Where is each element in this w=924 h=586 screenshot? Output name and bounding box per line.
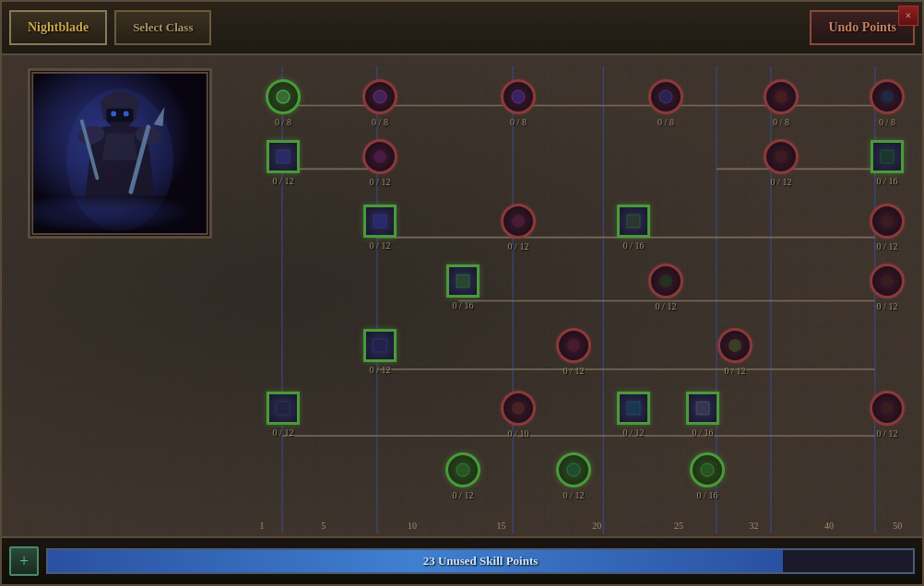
node-label-r1c3: 0 / 8	[510, 117, 527, 127]
skill-node-r4c1[interactable]: 0 / 16	[446, 264, 480, 311]
svg-point-30	[512, 90, 525, 103]
level-mark-25: 25	[674, 521, 683, 531]
node-icon-r1c6	[870, 79, 905, 114]
svg-point-33	[881, 90, 894, 103]
skill-node-r2c4[interactable]: 0 / 16	[871, 140, 904, 186]
skill-node-r5c1[interactable]: 0 / 12	[363, 329, 397, 375]
node-icon-r2c3	[764, 139, 799, 174]
skill-points-text: 23 Unused Skill Points	[48, 554, 913, 568]
skill-node-r5c3[interactable]: 0 / 12	[717, 328, 752, 376]
nightblade-button[interactable]: Nightblade	[9, 10, 107, 45]
level-mark-20: 20	[592, 521, 601, 531]
node-label-r4c3: 0 / 12	[877, 301, 898, 311]
svg-point-28	[277, 90, 290, 103]
svg-point-54	[567, 463, 580, 476]
skill-node-r7c1[interactable]: 0 / 12	[445, 452, 480, 500]
svg-rect-38	[373, 215, 386, 228]
svg-rect-10	[30, 195, 209, 236]
skill-node-r1c1[interactable]: 0 / 8	[266, 79, 301, 127]
node-label-r6c5: 0 / 12	[877, 428, 898, 439]
svg-point-43	[659, 275, 672, 287]
node-icon-r6c3	[617, 392, 650, 425]
main-window: Nightblade Select Class Undo Points ×	[0, 0, 924, 586]
skill-node-r6c3[interactable]: 0 / 12	[617, 392, 650, 438]
skill-node-r6c1[interactable]: 0 / 12	[267, 392, 300, 438]
skill-node-r4c3[interactable]: 0 / 12	[870, 264, 905, 311]
node-icon-r7c2	[556, 452, 591, 487]
node-icon-r6c4	[686, 392, 719, 425]
level-mark-1: 1	[260, 521, 265, 531]
skill-node-r6c4[interactable]: 0 / 16	[686, 392, 719, 438]
skill-node-r1c5[interactable]: 0 / 8	[764, 79, 799, 127]
header-bar: Nightblade Select Class Undo Points	[2, 2, 922, 55]
skill-node-r1c6[interactable]: 0 / 8	[870, 79, 905, 127]
node-label-r2c2: 0 / 12	[370, 177, 391, 187]
skill-node-r7c2[interactable]: 0 / 12	[556, 452, 591, 500]
svg-point-32	[775, 90, 788, 103]
svg-point-41	[881, 215, 894, 228]
svg-point-53	[456, 463, 469, 476]
skill-node-r6c5[interactable]: 0 / 12	[870, 391, 905, 439]
svg-point-39	[512, 215, 525, 228]
node-label-r1c2: 0 / 8	[372, 117, 388, 127]
svg-point-4	[111, 111, 116, 117]
node-label-r4c1: 0 / 16	[453, 300, 474, 311]
skill-node-r7c3[interactable]: 0 / 16	[690, 452, 725, 500]
node-icon-r5c2	[556, 328, 591, 363]
character-art	[30, 71, 209, 236]
level-mark-10: 10	[408, 521, 417, 531]
node-icon-r1c5	[764, 79, 799, 114]
node-label-r1c4: 0 / 8	[657, 117, 674, 127]
node-label-r3c3: 0 / 16	[623, 240, 645, 251]
node-icon-r6c1	[267, 392, 300, 425]
node-label-r5c1: 0 / 12	[370, 365, 391, 375]
plus-button[interactable]: +	[9, 546, 39, 576]
node-icon-r7c3	[690, 452, 725, 487]
svg-point-52	[881, 402, 894, 415]
skill-node-r1c3[interactable]: 0 / 8	[501, 79, 536, 127]
skill-node-r3c3[interactable]: 0 / 16	[617, 205, 650, 251]
close-button[interactable]: ×	[898, 6, 918, 26]
node-label-r1c6: 0 / 8	[879, 117, 895, 127]
node-label-r2c1: 0 / 12	[273, 176, 294, 186]
level-mark-32: 32	[750, 521, 759, 531]
node-icon-r7c1	[445, 452, 480, 487]
node-label-r6c3: 0 / 12	[623, 428, 645, 438]
svg-point-47	[729, 339, 741, 352]
node-icon-r6c2	[501, 391, 536, 426]
node-label-r2c4: 0 / 16	[877, 176, 898, 186]
node-label-r6c1: 0 / 12	[273, 428, 294, 438]
svg-point-36	[775, 150, 788, 163]
skill-points-bar: 23 Unused Skill Points	[46, 548, 915, 574]
svg-rect-37	[881, 150, 894, 163]
skill-node-r5c2[interactable]: 0 / 12	[556, 328, 591, 376]
skill-node-r3c1[interactable]: 0 / 12	[363, 205, 397, 251]
bottom-bar: + 23 Unused Skill Points	[2, 536, 922, 584]
level-mark-40: 40	[824, 521, 834, 531]
node-icon-r5c1	[363, 329, 397, 362]
skill-node-r3c2[interactable]: 0 / 12	[501, 204, 536, 252]
svg-point-29	[373, 90, 386, 103]
skill-node-r2c3[interactable]: 0 / 12	[764, 139, 799, 187]
skill-node-r2c1[interactable]: 0 / 12	[267, 140, 300, 186]
node-icon-r4c3	[870, 264, 905, 299]
node-icon-r1c3	[501, 79, 536, 114]
skill-node-r3c4[interactable]: 0 / 12	[870, 204, 905, 252]
skill-node-r1c4[interactable]: 0 / 8	[648, 79, 683, 127]
node-label-r2c3: 0 / 12	[771, 177, 792, 187]
node-icon-r1c2	[362, 79, 397, 114]
svg-rect-42	[456, 275, 469, 287]
level-mark-15: 15	[496, 521, 505, 531]
svg-point-46	[567, 339, 580, 352]
skill-node-r4c2[interactable]: 0 / 12	[648, 264, 683, 311]
svg-rect-45	[373, 339, 386, 352]
skill-node-r6c2[interactable]: 0 / 10	[501, 391, 536, 439]
node-label-r6c4: 0 / 16	[693, 428, 714, 438]
node-label-r3c2: 0 / 12	[508, 241, 529, 252]
node-icon-r6c5	[870, 391, 905, 426]
svg-rect-48	[277, 402, 290, 415]
skill-node-r2c2[interactable]: 0 / 12	[362, 139, 397, 187]
select-class-button[interactable]: Select Class	[114, 10, 211, 45]
node-icon-r3c1	[363, 205, 397, 238]
skill-node-r1c2[interactable]: 0 / 8	[362, 79, 397, 127]
